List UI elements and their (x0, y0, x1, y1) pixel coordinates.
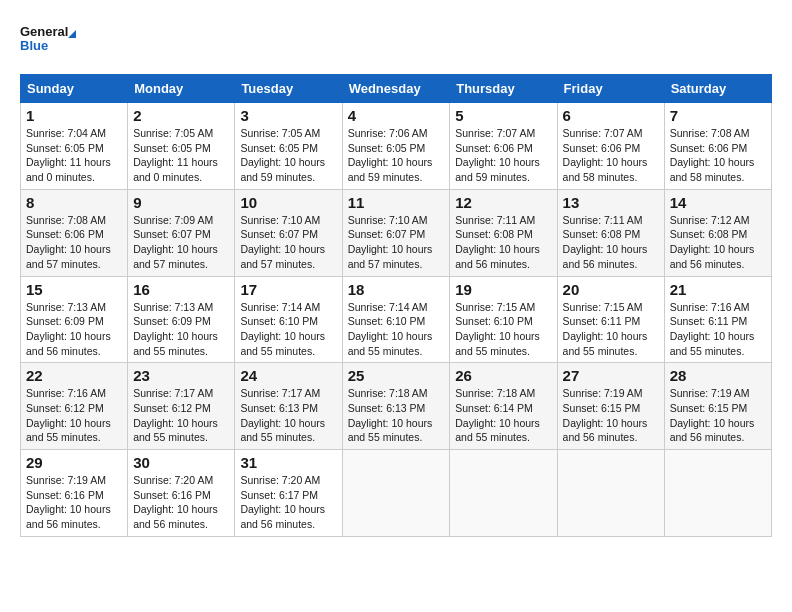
day-number: 24 (240, 367, 336, 384)
day-number: 6 (563, 107, 659, 124)
day-info: Sunrise: 7:09 AM Sunset: 6:07 PM Dayligh… (133, 213, 229, 272)
day-info: Sunrise: 7:14 AM Sunset: 6:10 PM Dayligh… (348, 300, 445, 359)
day-number: 16 (133, 281, 229, 298)
calendar-cell: 26 Sunrise: 7:18 AM Sunset: 6:14 PM Dayl… (450, 363, 557, 450)
day-info: Sunrise: 7:15 AM Sunset: 6:11 PM Dayligh… (563, 300, 659, 359)
calendar-table: SundayMondayTuesdayWednesdayThursdayFrid… (20, 74, 772, 537)
calendar-cell: 30 Sunrise: 7:20 AM Sunset: 6:16 PM Dayl… (128, 450, 235, 537)
day-number: 1 (26, 107, 122, 124)
day-info: Sunrise: 7:07 AM Sunset: 6:06 PM Dayligh… (455, 126, 551, 185)
header-cell-saturday: Saturday (664, 75, 771, 103)
day-info: Sunrise: 7:13 AM Sunset: 6:09 PM Dayligh… (133, 300, 229, 359)
day-info: Sunrise: 7:18 AM Sunset: 6:14 PM Dayligh… (455, 386, 551, 445)
calendar-cell (557, 450, 664, 537)
day-number: 15 (26, 281, 122, 298)
day-info: Sunrise: 7:11 AM Sunset: 6:08 PM Dayligh… (455, 213, 551, 272)
day-info: Sunrise: 7:17 AM Sunset: 6:13 PM Dayligh… (240, 386, 336, 445)
day-number: 5 (455, 107, 551, 124)
day-info: Sunrise: 7:13 AM Sunset: 6:09 PM Dayligh… (26, 300, 122, 359)
day-info: Sunrise: 7:07 AM Sunset: 6:06 PM Dayligh… (563, 126, 659, 185)
calendar-cell: 4 Sunrise: 7:06 AM Sunset: 6:05 PM Dayli… (342, 103, 450, 190)
calendar-cell: 9 Sunrise: 7:09 AM Sunset: 6:07 PM Dayli… (128, 189, 235, 276)
calendar-cell: 6 Sunrise: 7:07 AM Sunset: 6:06 PM Dayli… (557, 103, 664, 190)
day-number: 8 (26, 194, 122, 211)
day-info: Sunrise: 7:19 AM Sunset: 6:15 PM Dayligh… (670, 386, 766, 445)
day-number: 27 (563, 367, 659, 384)
header-cell-friday: Friday (557, 75, 664, 103)
header-cell-monday: Monday (128, 75, 235, 103)
header-cell-sunday: Sunday (21, 75, 128, 103)
header-cell-thursday: Thursday (450, 75, 557, 103)
day-info: Sunrise: 7:05 AM Sunset: 6:05 PM Dayligh… (240, 126, 336, 185)
calendar-cell (664, 450, 771, 537)
calendar-cell: 28 Sunrise: 7:19 AM Sunset: 6:15 PM Dayl… (664, 363, 771, 450)
day-info: Sunrise: 7:08 AM Sunset: 6:06 PM Dayligh… (26, 213, 122, 272)
day-info: Sunrise: 7:12 AM Sunset: 6:08 PM Dayligh… (670, 213, 766, 272)
header-cell-wednesday: Wednesday (342, 75, 450, 103)
calendar-cell: 20 Sunrise: 7:15 AM Sunset: 6:11 PM Dayl… (557, 276, 664, 363)
calendar-cell: 21 Sunrise: 7:16 AM Sunset: 6:11 PM Dayl… (664, 276, 771, 363)
day-info: Sunrise: 7:10 AM Sunset: 6:07 PM Dayligh… (348, 213, 445, 272)
day-number: 12 (455, 194, 551, 211)
day-number: 4 (348, 107, 445, 124)
day-info: Sunrise: 7:19 AM Sunset: 6:15 PM Dayligh… (563, 386, 659, 445)
calendar-cell: 13 Sunrise: 7:11 AM Sunset: 6:08 PM Dayl… (557, 189, 664, 276)
header-cell-tuesday: Tuesday (235, 75, 342, 103)
day-number: 31 (240, 454, 336, 471)
day-info: Sunrise: 7:10 AM Sunset: 6:07 PM Dayligh… (240, 213, 336, 272)
day-info: Sunrise: 7:11 AM Sunset: 6:08 PM Dayligh… (563, 213, 659, 272)
day-number: 29 (26, 454, 122, 471)
day-info: Sunrise: 7:06 AM Sunset: 6:05 PM Dayligh… (348, 126, 445, 185)
calendar-cell: 8 Sunrise: 7:08 AM Sunset: 6:06 PM Dayli… (21, 189, 128, 276)
day-info: Sunrise: 7:16 AM Sunset: 6:12 PM Dayligh… (26, 386, 122, 445)
day-number: 14 (670, 194, 766, 211)
calendar-cell (342, 450, 450, 537)
calendar-cell: 25 Sunrise: 7:18 AM Sunset: 6:13 PM Dayl… (342, 363, 450, 450)
day-number: 28 (670, 367, 766, 384)
week-row-2: 8 Sunrise: 7:08 AM Sunset: 6:06 PM Dayli… (21, 189, 772, 276)
day-info: Sunrise: 7:18 AM Sunset: 6:13 PM Dayligh… (348, 386, 445, 445)
calendar-cell: 29 Sunrise: 7:19 AM Sunset: 6:16 PM Dayl… (21, 450, 128, 537)
day-number: 3 (240, 107, 336, 124)
svg-text:Blue: Blue (20, 38, 48, 53)
week-row-4: 22 Sunrise: 7:16 AM Sunset: 6:12 PM Dayl… (21, 363, 772, 450)
day-number: 2 (133, 107, 229, 124)
week-row-5: 29 Sunrise: 7:19 AM Sunset: 6:16 PM Dayl… (21, 450, 772, 537)
day-info: Sunrise: 7:04 AM Sunset: 6:05 PM Dayligh… (26, 126, 122, 185)
week-row-3: 15 Sunrise: 7:13 AM Sunset: 6:09 PM Dayl… (21, 276, 772, 363)
day-number: 23 (133, 367, 229, 384)
day-info: Sunrise: 7:20 AM Sunset: 6:16 PM Dayligh… (133, 473, 229, 532)
logo-svg: General Blue (20, 20, 80, 64)
calendar-header-row: SundayMondayTuesdayWednesdayThursdayFrid… (21, 75, 772, 103)
calendar-cell: 23 Sunrise: 7:17 AM Sunset: 6:12 PM Dayl… (128, 363, 235, 450)
calendar-cell: 24 Sunrise: 7:17 AM Sunset: 6:13 PM Dayl… (235, 363, 342, 450)
day-number: 25 (348, 367, 445, 384)
day-number: 9 (133, 194, 229, 211)
calendar-cell: 16 Sunrise: 7:13 AM Sunset: 6:09 PM Dayl… (128, 276, 235, 363)
day-number: 10 (240, 194, 336, 211)
day-number: 7 (670, 107, 766, 124)
calendar-cell: 2 Sunrise: 7:05 AM Sunset: 6:05 PM Dayli… (128, 103, 235, 190)
day-number: 30 (133, 454, 229, 471)
calendar-cell: 31 Sunrise: 7:20 AM Sunset: 6:17 PM Dayl… (235, 450, 342, 537)
week-row-1: 1 Sunrise: 7:04 AM Sunset: 6:05 PM Dayli… (21, 103, 772, 190)
calendar-cell: 14 Sunrise: 7:12 AM Sunset: 6:08 PM Dayl… (664, 189, 771, 276)
calendar-cell: 11 Sunrise: 7:10 AM Sunset: 6:07 PM Dayl… (342, 189, 450, 276)
svg-marker-2 (68, 30, 76, 38)
day-number: 18 (348, 281, 445, 298)
day-number: 26 (455, 367, 551, 384)
day-info: Sunrise: 7:17 AM Sunset: 6:12 PM Dayligh… (133, 386, 229, 445)
logo: General Blue (20, 20, 80, 64)
day-info: Sunrise: 7:08 AM Sunset: 6:06 PM Dayligh… (670, 126, 766, 185)
day-info: Sunrise: 7:15 AM Sunset: 6:10 PM Dayligh… (455, 300, 551, 359)
calendar-cell (450, 450, 557, 537)
day-number: 21 (670, 281, 766, 298)
day-number: 19 (455, 281, 551, 298)
day-info: Sunrise: 7:14 AM Sunset: 6:10 PM Dayligh… (240, 300, 336, 359)
day-number: 20 (563, 281, 659, 298)
calendar-cell: 1 Sunrise: 7:04 AM Sunset: 6:05 PM Dayli… (21, 103, 128, 190)
calendar-cell: 10 Sunrise: 7:10 AM Sunset: 6:07 PM Dayl… (235, 189, 342, 276)
calendar-cell: 17 Sunrise: 7:14 AM Sunset: 6:10 PM Dayl… (235, 276, 342, 363)
calendar-cell: 3 Sunrise: 7:05 AM Sunset: 6:05 PM Dayli… (235, 103, 342, 190)
header: General Blue (20, 20, 772, 64)
